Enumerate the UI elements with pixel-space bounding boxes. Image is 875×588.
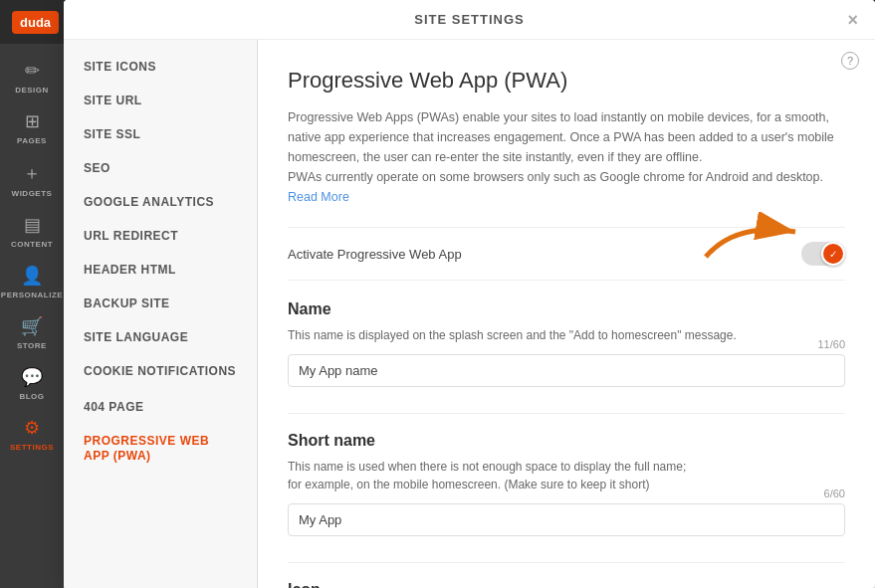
activate-toggle[interactable]: ✓ [801,242,845,266]
toggle-thumb: ✓ [821,242,845,266]
pages-icon: ⊞ [25,110,40,132]
nav-item-header-html[interactable]: HEADER HTML [64,253,257,287]
pwa-title: Progressive Web App (PWA) [288,68,845,94]
short-name-title: Short name [288,432,845,450]
sidebar-item-design[interactable]: ✏ DESIGN [0,52,64,102]
widgets-icon: ＋ [23,161,41,185]
sidebar-item-personalize[interactable]: 👤 PERSONALIZE [0,257,64,307]
orange-arrow-annotation [696,212,815,262]
site-settings-modal: SITE SETTINGS × SITE ICONS SITE URL SITE… [64,0,875,588]
left-sidebar: ✏ DESIGN ⊞ PAGES ＋ WIDGETS ▤ CONTENT 👤 P… [0,44,64,588]
pwa-content: ? Progressive Web App (PWA) Progressive … [258,40,875,588]
nav-item-site-language[interactable]: SITE LANGUAGE [64,320,257,354]
nav-item-url-redirect[interactable]: URL REDIRECT [64,219,257,253]
name-section-title: Name [288,300,845,318]
help-icon[interactable]: ? [841,52,859,70]
modal-header: SITE SETTINGS × [64,0,875,40]
nav-item-site-url[interactable]: SITE URL [64,84,257,117]
name-input[interactable] [288,354,845,387]
store-icon: 🛒 [21,315,43,337]
icon-section: Icon This icon appears on the mobile hom… [288,581,845,588]
blog-icon: 💬 [21,366,43,388]
sidebar-item-settings[interactable]: ⚙ SETTINGS [0,409,64,460]
settings-nav: SITE ICONS SITE URL SITE SSL SEO GOOGLE … [64,40,258,588]
nav-item-site-ssl[interactable]: SITE SSL [64,117,257,151]
modal-title: SITE SETTINGS [414,12,525,27]
toggle-check-icon: ✓ [829,249,837,260]
activate-label: Activate Progressive Web App [288,247,462,262]
design-icon: ✏ [25,60,40,82]
modal-close-button[interactable]: × [847,9,859,30]
sidebar-item-blog[interactable]: 💬 BLOG [0,358,64,409]
sidebar-item-widgets[interactable]: ＋ WIDGETS [0,153,64,206]
sidebar-item-store[interactable]: 🛒 STORE [0,307,64,358]
nav-item-404-page[interactable]: 404 PAGE [64,390,257,424]
personalize-icon: 👤 [21,265,43,287]
nav-item-site-icons[interactable]: SITE ICONS [64,50,257,84]
content-icon: ▤ [24,214,41,236]
duda-logo[interactable]: duda [12,11,59,34]
settings-icon: ⚙ [24,417,40,439]
sidebar-item-pages[interactable]: ⊞ PAGES [0,102,64,153]
sidebar-item-content[interactable]: ▤ CONTENT [0,206,64,257]
pwa-description: Progressive Web Apps (PWAs) enable your … [288,107,845,207]
modal-body: SITE ICONS SITE URL SITE SSL SEO GOOGLE … [64,40,875,588]
short-name-desc: This name is used when there is not enou… [288,458,824,493]
nav-item-google-analytics[interactable]: GOOGLE ANALYTICS [64,185,257,219]
short-name-section: Short name This name is used when there … [288,432,845,552]
icon-section-title: Icon [288,581,845,588]
read-more-link[interactable]: Read More [288,190,349,204]
short-name-input[interactable] [288,503,845,536]
short-name-char-count: 6/60 [824,488,845,499]
nav-item-seo[interactable]: SEO [64,151,257,185]
nav-item-cookie-notifications[interactable]: COOKIE NOTIFICATIONS [64,354,257,390]
name-section-desc: This name is displayed on the splash scr… [288,326,817,344]
name-section: Name This name is displayed on the splas… [288,300,845,403]
nav-item-backup-site[interactable]: BACKUP SITE [64,287,257,320]
activate-toggle-row: Activate Progressive Web App [288,227,845,281]
main-layout: ✏ DESIGN ⊞ PAGES ＋ WIDGETS ▤ CONTENT 👤 P… [0,44,875,588]
nav-item-pwa[interactable]: PROGRESSIVE WEB APP (PWA) [64,424,257,475]
name-char-count: 11/60 [817,338,845,350]
